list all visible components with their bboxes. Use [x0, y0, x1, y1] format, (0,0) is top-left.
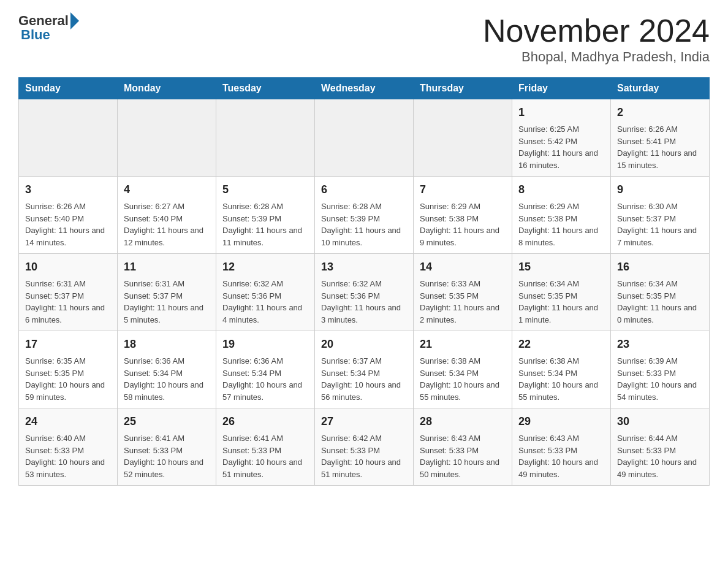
- sunset-text: Sunset: 5:36 PM: [222, 291, 281, 301]
- location-subtitle: Bhopal, Madhya Pradesh, India: [483, 49, 710, 65]
- day-number: 18: [124, 336, 210, 353]
- daylight-text: Daylight: 10 hours and 57 minutes.: [222, 380, 302, 402]
- sunset-text: Sunset: 5:35 PM: [420, 291, 479, 301]
- sunrise-text: Sunrise: 6:38 AM: [518, 356, 579, 366]
- sunrise-text: Sunrise: 6:42 AM: [321, 434, 382, 443]
- calendar-cell: [414, 99, 512, 177]
- calendar-cell: [315, 99, 414, 177]
- daylight-text: Daylight: 10 hours and 59 minutes.: [25, 380, 105, 402]
- day-number: 15: [518, 259, 604, 275]
- day-number: 6: [321, 182, 407, 198]
- daylight-text: Daylight: 11 hours and 2 minutes.: [420, 303, 499, 324]
- sunset-text: Sunset: 5:39 PM: [222, 214, 281, 223]
- day-number: 21: [420, 336, 506, 353]
- day-number: 22: [518, 336, 604, 353]
- sunset-text: Sunset: 5:37 PM: [617, 214, 676, 223]
- calendar-week-row: 1 Sunrise: 6:25 AM Sunset: 5:42 PM Dayli…: [19, 99, 710, 177]
- calendar-cell: 26 Sunrise: 6:41 AM Sunset: 5:33 PM Dayl…: [216, 408, 315, 486]
- sunrise-text: Sunrise: 6:29 AM: [420, 202, 480, 211]
- day-number: 3: [25, 182, 111, 198]
- day-number: 30: [617, 413, 703, 430]
- daylight-text: Daylight: 11 hours and 5 minutes.: [124, 303, 203, 324]
- day-number: 29: [518, 413, 604, 430]
- calendar-cell: 7 Sunrise: 6:29 AM Sunset: 5:38 PM Dayli…: [414, 177, 512, 254]
- sunset-text: Sunset: 5:34 PM: [124, 369, 183, 378]
- col-friday: Friday: [512, 78, 611, 99]
- calendar-cell: 4 Sunrise: 6:27 AM Sunset: 5:40 PM Dayli…: [118, 177, 216, 254]
- calendar-cell: 8 Sunrise: 6:29 AM Sunset: 5:38 PM Dayli…: [512, 177, 611, 254]
- day-number: 28: [420, 413, 506, 430]
- calendar-header-row: Sunday Monday Tuesday Wednesday Thursday…: [19, 78, 710, 99]
- day-number: 19: [222, 336, 308, 353]
- calendar-cell: 10 Sunrise: 6:31 AM Sunset: 5:37 PM Dayl…: [19, 254, 118, 331]
- calendar-cell: 23 Sunrise: 6:39 AM Sunset: 5:33 PM Dayl…: [611, 331, 710, 408]
- day-number: 4: [124, 182, 210, 198]
- day-number: 9: [617, 182, 703, 198]
- daylight-text: Daylight: 11 hours and 7 minutes.: [617, 226, 697, 247]
- daylight-text: Daylight: 10 hours and 58 minutes.: [124, 380, 203, 402]
- sunset-text: Sunset: 5:35 PM: [617, 291, 676, 301]
- sunrise-text: Sunrise: 6:28 AM: [222, 202, 283, 211]
- calendar-cell: 30 Sunrise: 6:44 AM Sunset: 5:33 PM Dayl…: [611, 408, 710, 486]
- calendar-cell: 13 Sunrise: 6:32 AM Sunset: 5:36 PM Dayl…: [315, 254, 414, 331]
- calendar-week-row: 17 Sunrise: 6:35 AM Sunset: 5:35 PM Dayl…: [19, 331, 710, 408]
- sunset-text: Sunset: 5:33 PM: [617, 369, 676, 378]
- page-header: General Blue November 2024 Bhopal, Madhy…: [18, 12, 710, 65]
- calendar-cell: [118, 99, 216, 177]
- sunrise-text: Sunrise: 6:34 AM: [518, 279, 579, 288]
- sunrise-text: Sunrise: 6:29 AM: [518, 202, 579, 211]
- sunset-text: Sunset: 5:33 PM: [617, 446, 676, 455]
- sunset-text: Sunset: 5:38 PM: [518, 214, 577, 223]
- daylight-text: Daylight: 11 hours and 9 minutes.: [420, 226, 499, 247]
- sunrise-text: Sunrise: 6:43 AM: [420, 434, 480, 443]
- col-monday: Monday: [118, 78, 216, 99]
- sunset-text: Sunset: 5:35 PM: [518, 291, 577, 301]
- sunset-text: Sunset: 5:34 PM: [222, 369, 281, 378]
- sunset-text: Sunset: 5:33 PM: [25, 446, 84, 455]
- calendar-cell: 2 Sunrise: 6:26 AM Sunset: 5:41 PM Dayli…: [611, 99, 710, 177]
- daylight-text: Daylight: 10 hours and 52 minutes.: [124, 458, 203, 479]
- sunset-text: Sunset: 5:33 PM: [420, 446, 479, 455]
- month-title: November 2024: [483, 12, 710, 49]
- sunset-text: Sunset: 5:40 PM: [25, 214, 84, 223]
- daylight-text: Daylight: 11 hours and 10 minutes.: [321, 226, 401, 247]
- calendar-cell: [216, 99, 315, 177]
- calendar-cell: 1 Sunrise: 6:25 AM Sunset: 5:42 PM Dayli…: [512, 99, 611, 177]
- sunrise-text: Sunrise: 6:32 AM: [222, 279, 283, 288]
- sunset-text: Sunset: 5:36 PM: [321, 291, 380, 301]
- logo-arrow-icon: [70, 12, 79, 29]
- logo-blue-text: Blue: [21, 27, 50, 43]
- sunset-text: Sunset: 5:33 PM: [124, 446, 183, 455]
- sunset-text: Sunset: 5:39 PM: [321, 214, 380, 223]
- sunrise-text: Sunrise: 6:32 AM: [321, 279, 382, 288]
- day-number: 25: [124, 413, 210, 430]
- day-number: 14: [420, 259, 506, 275]
- calendar-cell: 3 Sunrise: 6:26 AM Sunset: 5:40 PM Dayli…: [19, 177, 118, 254]
- calendar-week-row: 10 Sunrise: 6:31 AM Sunset: 5:37 PM Dayl…: [19, 254, 710, 331]
- sunrise-text: Sunrise: 6:36 AM: [124, 356, 184, 366]
- calendar-week-row: 24 Sunrise: 6:40 AM Sunset: 5:33 PM Dayl…: [19, 408, 710, 486]
- sunset-text: Sunset: 5:37 PM: [25, 291, 84, 301]
- day-number: 12: [222, 259, 308, 275]
- sunrise-text: Sunrise: 6:33 AM: [420, 279, 480, 288]
- sunrise-text: Sunrise: 6:40 AM: [25, 434, 86, 443]
- sunrise-text: Sunrise: 6:35 AM: [25, 356, 86, 366]
- sunrise-text: Sunrise: 6:26 AM: [25, 202, 86, 211]
- sunset-text: Sunset: 5:33 PM: [518, 446, 577, 455]
- calendar-cell: 16 Sunrise: 6:34 AM Sunset: 5:35 PM Dayl…: [611, 254, 710, 331]
- col-sunday: Sunday: [19, 78, 118, 99]
- calendar-cell: 14 Sunrise: 6:33 AM Sunset: 5:35 PM Dayl…: [414, 254, 512, 331]
- daylight-text: Daylight: 11 hours and 16 minutes.: [518, 148, 598, 170]
- calendar-cell: 25 Sunrise: 6:41 AM Sunset: 5:33 PM Dayl…: [118, 408, 216, 486]
- daylight-text: Daylight: 11 hours and 11 minutes.: [222, 226, 302, 247]
- calendar-week-row: 3 Sunrise: 6:26 AM Sunset: 5:40 PM Dayli…: [19, 177, 710, 254]
- calendar-cell: 18 Sunrise: 6:36 AM Sunset: 5:34 PM Dayl…: [118, 331, 216, 408]
- calendar-cell: 28 Sunrise: 6:43 AM Sunset: 5:33 PM Dayl…: [414, 408, 512, 486]
- daylight-text: Daylight: 11 hours and 6 minutes.: [25, 303, 105, 324]
- daylight-text: Daylight: 10 hours and 49 minutes.: [518, 458, 598, 479]
- day-number: 11: [124, 259, 210, 275]
- sunrise-text: Sunrise: 6:41 AM: [124, 434, 184, 443]
- day-number: 17: [25, 336, 111, 353]
- logo: General Blue: [18, 12, 79, 43]
- day-number: 13: [321, 259, 407, 275]
